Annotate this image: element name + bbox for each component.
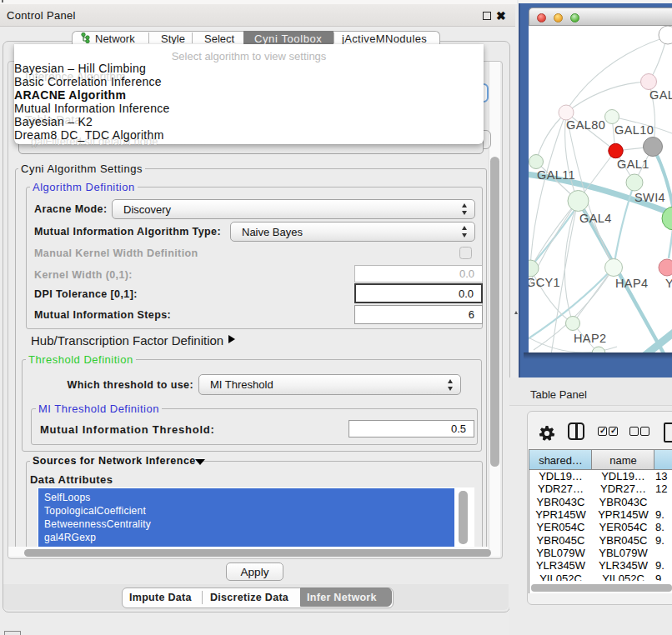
svg-text:HAP4: HAP4 xyxy=(615,277,648,290)
svg-text:GCY1: GCY1 xyxy=(529,276,560,289)
svg-text:SWI4: SWI4 xyxy=(634,191,665,204)
svg-text:HAP2: HAP2 xyxy=(574,332,606,345)
svg-text:GAL80: GAL80 xyxy=(566,118,605,132)
svg-text:GAL4: GAL4 xyxy=(579,212,612,225)
svg-text:GAL7: GAL7 xyxy=(649,88,672,102)
svg-text:GAL1: GAL1 xyxy=(617,158,649,171)
svg-text:GAL11: GAL11 xyxy=(537,168,575,182)
svg-text:GAL10: GAL10 xyxy=(614,123,654,137)
svg-text:Y: Y xyxy=(665,277,672,290)
